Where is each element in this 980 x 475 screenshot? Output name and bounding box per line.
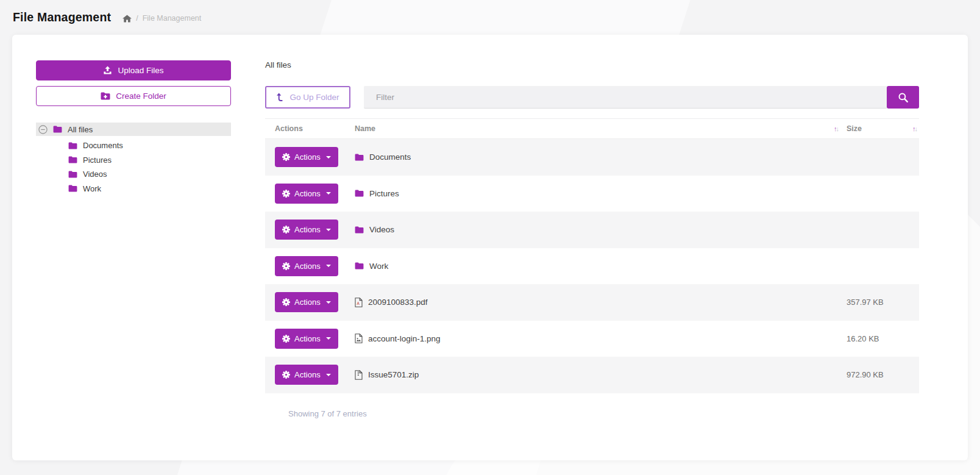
table-row: Actions Pictures (265, 176, 919, 212)
actions-button-label: Actions (294, 334, 321, 343)
file-size: 16.20 KB (847, 334, 919, 343)
file-name: Work (369, 262, 388, 271)
search-button[interactable] (887, 86, 919, 109)
file-size: 357.97 KB (847, 298, 919, 307)
sort-icon-name[interactable]: ↑↓ (834, 125, 838, 132)
upload-files-label: Upload Files (118, 66, 163, 75)
sort-icon-size[interactable]: ↑↓ (912, 125, 917, 132)
tree-item-label: Pictures (83, 155, 112, 165)
folder-icon (53, 126, 62, 133)
image-file-icon (355, 334, 363, 343)
actions-button-label: Actions (294, 152, 321, 162)
folder-icon (355, 190, 364, 197)
tree-item-label: Documents (83, 141, 123, 150)
table-row: Actions A 2009100833.pdf 357.97 KB (265, 284, 919, 321)
table-row: Actions Issue5701.zip 972.90 KB (265, 357, 919, 393)
actions-cell: Actions (265, 292, 355, 312)
folder-icon (355, 154, 364, 161)
actions-cell: Actions (265, 256, 355, 276)
pdf-file-icon: A (355, 298, 363, 307)
file-name: 2009100833.pdf (368, 298, 428, 307)
file-name-cell[interactable]: Videos (355, 225, 847, 234)
tree-item[interactable]: Work (68, 182, 231, 196)
row-actions-button[interactable]: Actions (275, 220, 338, 240)
breadcrumb-current: File Management (143, 14, 202, 23)
file-name-cell[interactable]: Documents (355, 152, 847, 162)
row-actions-button[interactable]: Actions (275, 292, 338, 312)
caret-down-icon (326, 374, 331, 376)
actions-button-label: Actions (294, 225, 321, 234)
actions-cell: Actions (265, 220, 355, 240)
row-actions-button[interactable]: Actions (275, 256, 338, 276)
filter-input[interactable] (364, 86, 887, 109)
table-header-row: Actions Name ↑↓ Size ↑↓ (265, 118, 919, 139)
file-name-cell[interactable]: Issue5701.zip (355, 370, 847, 380)
folder-icon (68, 171, 77, 178)
breadcrumb-separator: / (136, 14, 138, 23)
tree-root-label: All files (68, 125, 93, 134)
tree-item-label: Work (83, 184, 101, 193)
file-name: Videos (369, 225, 394, 234)
go-up-folder-label: Go Up Folder (289, 93, 339, 102)
caret-down-icon (326, 265, 331, 267)
gear-icon (282, 190, 290, 198)
folder-icon (355, 262, 364, 270)
content-card: Upload Files Create Folder All files Do (12, 35, 968, 460)
file-size: 972.90 KB (847, 370, 919, 379)
controls-row: Go Up Folder (265, 86, 919, 109)
table-row: Actions Documents (265, 139, 919, 176)
file-name-cell[interactable]: A 2009100833.pdf (355, 298, 847, 307)
column-header-actions: Actions (265, 124, 355, 133)
svg-text:A: A (357, 301, 360, 305)
actions-button-label: Actions (294, 189, 321, 198)
row-actions-button[interactable]: Actions (275, 365, 338, 385)
tree-item[interactable]: Documents (68, 138, 231, 153)
page-header: File Management / File Management (0, 0, 980, 24)
row-actions-button[interactable]: Actions (275, 147, 338, 167)
tree-item-all-files[interactable]: All files (36, 123, 231, 136)
row-actions-button[interactable]: Actions (275, 329, 338, 349)
file-name: account-login-1.png (368, 334, 441, 343)
breadcrumb: / File Management (122, 12, 201, 23)
sidebar: Upload Files Create Folder All files Do (36, 60, 231, 460)
gear-icon (282, 226, 290, 234)
sort-down-arrow: ↓ (836, 125, 839, 132)
size-header-label: Size (847, 124, 862, 133)
actions-button-label: Actions (294, 262, 321, 271)
column-header-size[interactable]: Size ↑↓ (847, 124, 919, 133)
page-title: File Management (13, 10, 111, 24)
tree-item-label: Videos (83, 170, 107, 179)
caret-down-icon (326, 229, 331, 231)
caret-down-icon (326, 192, 331, 195)
create-folder-button[interactable]: Create Folder (36, 86, 231, 106)
column-header-name[interactable]: Name ↑↓ (355, 124, 847, 133)
file-table-body: Actions Documents Actions (265, 139, 919, 393)
file-name-cell[interactable]: Work (355, 262, 847, 271)
search-icon (898, 92, 909, 103)
file-table: Actions Name ↑↓ Size ↑↓ Actions (265, 118, 919, 393)
file-name-cell[interactable]: account-login-1.png (355, 334, 847, 343)
tree-item[interactable]: Pictures (68, 153, 231, 168)
collapse-icon[interactable] (38, 125, 48, 134)
gear-icon (282, 371, 290, 379)
file-name-cell[interactable]: Pictures (355, 189, 847, 198)
table-row: Actions Work (265, 248, 919, 285)
gear-icon (282, 298, 290, 306)
archive-file-icon (355, 370, 363, 380)
folder-icon (355, 226, 364, 234)
row-actions-button[interactable]: Actions (275, 184, 338, 204)
upload-icon (103, 66, 112, 75)
home-icon[interactable] (122, 15, 132, 23)
go-up-folder-button[interactable]: Go Up Folder (265, 86, 350, 109)
folder-icon (68, 156, 77, 163)
upload-files-button[interactable]: Upload Files (36, 60, 231, 80)
folder-tree-children: Documents Pictures Videos Work (68, 138, 231, 196)
folder-plus-icon (101, 92, 110, 100)
main-panel: All files Go Up Folder Actions (265, 60, 919, 460)
actions-button-label: Actions (294, 298, 321, 307)
gear-icon (282, 335, 290, 343)
file-name: Pictures (369, 189, 399, 198)
tree-item[interactable]: Videos (68, 167, 231, 182)
caret-down-icon (326, 301, 331, 304)
level-up-icon (276, 93, 284, 102)
